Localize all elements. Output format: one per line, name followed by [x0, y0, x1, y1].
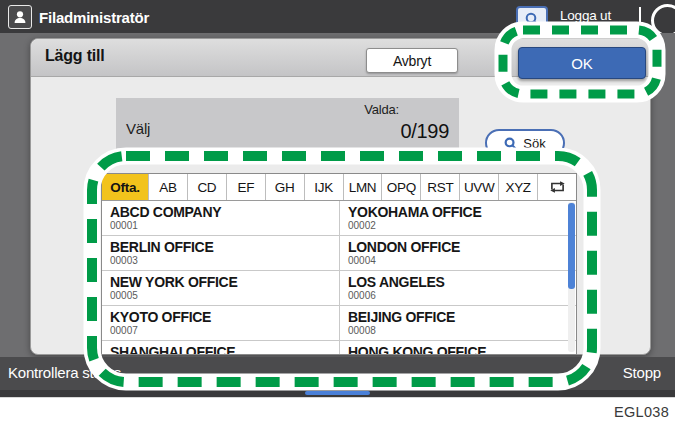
select-label: Välj — [126, 120, 150, 137]
tab-ijk[interactable]: IJK — [305, 174, 344, 200]
logout-button[interactable]: Logga ut — [560, 8, 611, 23]
tab-xyz[interactable]: XYZ — [499, 174, 538, 200]
user-name-label: Filadministratör — [39, 9, 149, 26]
figure-canvas: Filadministratör Logga ut Lägg till Avbr… — [0, 0, 679, 431]
magnifier-icon — [504, 137, 517, 150]
tab-ef[interactable]: EF — [227, 174, 266, 200]
list-row: SHANGHAI OFFICE HONG KONG OFFICE — [102, 341, 576, 354]
topbar-divider — [639, 7, 641, 27]
device-screen: Filadministratör Logga ut Lägg till Avbr… — [0, 0, 675, 398]
list-rows: ABCD COMPANY 00001 YOKOHAMA OFFICE 00002… — [102, 201, 576, 354]
topbar: Filadministratör Logga ut — [0, 0, 675, 33]
dialog-title: Lägg till — [45, 47, 105, 65]
list-item[interactable]: YOKOHAMA OFFICE 00002 — [339, 201, 576, 235]
device-bottom-edge — [0, 397, 675, 398]
scrollbar[interactable] — [568, 202, 575, 352]
stop-button[interactable]: Stopp — [623, 364, 661, 381]
search-entries-button[interactable]: Sök — [485, 129, 565, 157]
switch-view-icon — [548, 179, 567, 195]
figure-label: EGL038 — [614, 404, 669, 420]
list-row: ABCD COMPANY 00001 YOKOHAMA OFFICE 00002 — [102, 201, 576, 236]
tab-ab[interactable]: AB — [149, 174, 188, 200]
user-icon — [8, 5, 32, 29]
search-button-label: Sök — [523, 136, 545, 151]
tab-uvw[interactable]: UVW — [460, 174, 499, 200]
tab-ofta[interactable]: Ofta. — [102, 174, 149, 200]
list-item[interactable]: NEW YORK OFFICE 00005 — [102, 271, 339, 305]
user-badge: Filadministratör — [8, 5, 149, 29]
partial-circle-icon — [651, 4, 675, 33]
selected-label: Valda: — [364, 102, 399, 117]
list-item[interactable]: KYOTO OFFICE 00007 — [102, 306, 339, 340]
list-row: BERLIN OFFICE 00003 LONDON OFFICE 00004 — [102, 236, 576, 271]
address-list: Ofta. AB CD EF GH IJK LMN OPQ RST UVW XY… — [101, 173, 577, 355]
tab-rst[interactable]: RST — [421, 174, 460, 200]
tab-lmn[interactable]: LMN — [344, 174, 383, 200]
selection-summary-panel: Välj Valda: 0/199 — [116, 98, 459, 153]
scrollbar-thumb[interactable] — [568, 203, 575, 289]
home-pill[interactable] — [305, 391, 370, 395]
bottombar: Kontrollera status Stopp — [0, 357, 675, 390]
search-button[interactable] — [516, 6, 548, 31]
list-row: KYOTO OFFICE 00007 BEIJING OFFICE 00008 — [102, 306, 576, 341]
list-item[interactable]: BEIJING OFFICE 00008 — [339, 306, 576, 340]
selected-count: 0/199 — [400, 120, 449, 143]
tab-cd[interactable]: CD — [188, 174, 227, 200]
list-item[interactable]: LOS ANGELES 00006 — [339, 271, 576, 305]
tab-gh[interactable]: GH — [266, 174, 305, 200]
tab-row: Ofta. AB CD EF GH IJK LMN OPQ RST UVW XY… — [102, 174, 576, 201]
add-dialog: Lägg till Avbryt OK Välj Valda: 0/199 Sö… — [30, 38, 651, 355]
switch-view-button[interactable] — [538, 174, 576, 200]
tab-opq[interactable]: OPQ — [382, 174, 421, 200]
list-item[interactable]: LONDON OFFICE 00004 — [339, 236, 576, 270]
list-item[interactable]: HONG KONG OFFICE — [339, 341, 576, 354]
check-status-button[interactable]: Kontrollera status — [8, 364, 121, 381]
list-item[interactable]: SHANGHAI OFFICE — [102, 341, 339, 354]
list-item[interactable]: ABCD COMPANY 00001 — [102, 201, 339, 235]
list-item[interactable]: BERLIN OFFICE 00003 — [102, 236, 339, 270]
cancel-button[interactable]: Avbryt — [366, 48, 458, 73]
list-row: NEW YORK OFFICE 00005 LOS ANGELES 00006 — [102, 271, 576, 306]
ok-button[interactable]: OK — [518, 47, 646, 79]
nav-strip — [0, 390, 675, 397]
